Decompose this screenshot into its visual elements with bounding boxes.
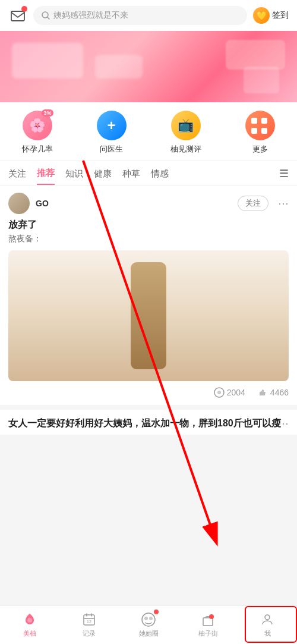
post-card-1: GO 关注 ⋯ 放弃了 熬夜备： 2004 4466 (0, 186, 297, 410)
svg-line-2 (48, 17, 49, 19)
search-placeholder: 姨妈感强烈就是不来 (53, 10, 128, 21)
banner-blur-1 (12, 43, 83, 78)
product-image (131, 262, 166, 369)
banner[interactable] (0, 31, 297, 102)
bottom-nav: 美柚 12 记录 她她圈 (0, 605, 297, 644)
tab-knowledge[interactable]: 知识 (65, 168, 83, 184)
svg-point-14 (144, 617, 148, 620)
comment-icon (214, 387, 225, 398)
search-icon (42, 11, 50, 20)
pregnancy-badge: 3% (42, 109, 53, 117)
nav-meizhu[interactable]: 美柚 (0, 612, 59, 638)
more-icon (245, 111, 275, 140)
banner-blur-4 (244, 67, 279, 93)
me-label: 我 (264, 629, 271, 638)
quick-icons-section: 🌸 3% 怀孕几率 + 问医生 📺 柚见测评 更多 (0, 102, 297, 161)
pregnancy-icon: 🌸 3% (23, 111, 52, 140)
tab-grass[interactable]: 种草 (122, 168, 140, 184)
meizhu-icon (22, 612, 37, 627)
tab-more-icon[interactable]: ☰ (279, 167, 289, 185)
tab-health[interactable]: 健康 (94, 168, 112, 184)
nav-diary[interactable]: 12 记录 (59, 612, 119, 638)
post-username-1[interactable]: GO (36, 199, 232, 208)
meizhu-label: 美柚 (23, 629, 36, 638)
post-footer-1: 2004 4466 (8, 387, 289, 398)
more-label: 更多 (252, 144, 268, 155)
post-more-2[interactable]: ⋯ (278, 417, 289, 430)
circle-label: 她她圈 (139, 629, 159, 638)
pregnancy-label: 怀孕几率 (22, 144, 53, 155)
nav-circle[interactable]: 她她圈 (119, 612, 178, 638)
svg-point-17 (209, 614, 214, 619)
mail-button[interactable] (8, 6, 27, 25)
svg-text:12: 12 (87, 620, 91, 624)
checkin-button[interactable]: 💛 签到 (253, 7, 289, 24)
svg-rect-0 (11, 11, 24, 21)
tab-emotion[interactable]: 情感 (151, 168, 169, 184)
tab-follow[interactable]: 关注 (8, 168, 26, 184)
mail-badge (21, 6, 27, 12)
diary-icon: 12 (81, 612, 97, 627)
tabs-bar: 关注 推荐 知识 健康 种草 情感 ☰ (0, 161, 297, 186)
like-icon (257, 387, 268, 398)
quick-item-pregnancy[interactable]: 🌸 3% 怀孕几率 (0, 111, 74, 155)
post-title-2[interactable]: 女人一定要好好利用好大姨妈，温水加一物，胖到180斤也可以瘦 (8, 417, 289, 430)
post-subtitle-1: 熬夜备： (8, 234, 289, 244)
banner-blur-2 (95, 55, 143, 78)
search-bar[interactable]: 姨妈感强烈就是不来 (33, 6, 247, 25)
banner-blur-3 (226, 40, 285, 70)
doctor-label: 问医生 (100, 144, 123, 155)
nav-shop[interactable]: 柚子街 (178, 612, 238, 638)
shop-label: 柚子街 (198, 629, 218, 638)
diary-label: 记录 (83, 629, 96, 638)
me-icon (260, 612, 275, 627)
header: 姨妈感强烈就是不来 💛 签到 (0, 0, 297, 31)
post-title-1: 放弃了 (8, 219, 289, 231)
checkin-label: 签到 (272, 10, 289, 21)
circle-badge (154, 610, 159, 614)
post-card-2: ⋯ 女人一定要好好利用好大姨妈，温水加一物，胖到180斤也可以瘦 (0, 410, 297, 435)
svg-point-4 (217, 391, 221, 394)
tab-recommend[interactable]: 推荐 (37, 168, 55, 185)
comment-count-1[interactable]: 2004 (214, 387, 245, 398)
like-count-1[interactable]: 4466 (257, 387, 289, 398)
doctor-icon: + (97, 111, 127, 140)
svg-point-15 (149, 617, 153, 620)
post-image-1[interactable] (8, 250, 289, 381)
review-icon: 📺 (171, 111, 201, 140)
checkin-icon: 💛 (253, 7, 270, 24)
shop-icon (200, 612, 216, 627)
quick-item-more[interactable]: 更多 (223, 111, 297, 155)
circle-icon (141, 612, 156, 627)
follow-button-1[interactable]: 关注 (238, 196, 268, 211)
quick-item-doctor[interactable]: + 问医生 (74, 111, 148, 155)
nav-me[interactable]: 我 (238, 612, 297, 638)
post-more-1[interactable]: ⋯ (278, 197, 289, 210)
post-header-1: GO 关注 ⋯ (8, 193, 289, 214)
post-avatar-1[interactable] (8, 193, 30, 214)
quick-item-review[interactable]: 📺 柚见测评 (148, 111, 223, 155)
svg-point-18 (265, 615, 270, 620)
svg-point-7 (27, 618, 32, 623)
review-label: 柚见测评 (170, 144, 201, 155)
